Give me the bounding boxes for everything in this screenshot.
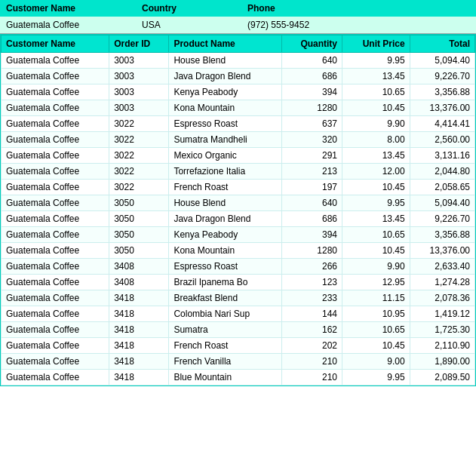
table-cell: 13.45 xyxy=(342,148,410,164)
table-cell: 3418 xyxy=(109,338,169,354)
table-cell: 3003 xyxy=(109,69,169,84)
table-row: Guatemala Coffee3022Torrefazione Italia2… xyxy=(2,164,475,180)
table-header-row: Customer Name Order ID Product Name Quan… xyxy=(2,35,475,53)
table-cell: Guatemala Coffee xyxy=(2,338,109,354)
table-cell: Sumatra Mandheli xyxy=(169,132,282,148)
table-cell: Breakfast Blend xyxy=(169,290,282,306)
table-cell: 394 xyxy=(281,84,342,100)
table-cell: 9.95 xyxy=(342,370,410,386)
table-cell: Guatemala Coffee xyxy=(2,370,109,386)
table-cell: 202 xyxy=(281,338,342,354)
table-cell: Kenya Peabody xyxy=(169,227,282,243)
table-cell: Colombia Nari Sup xyxy=(169,306,282,322)
table-cell: Guatemala Coffee xyxy=(2,100,109,116)
col-header-quantity: Quantity xyxy=(281,35,342,53)
table-cell: 3022 xyxy=(109,164,169,180)
table-cell: Java Dragon Blend xyxy=(169,69,282,84)
table-cell: 3418 xyxy=(109,306,169,322)
table-cell: 2,633.40 xyxy=(410,259,474,275)
table-cell: 10.95 xyxy=(342,306,410,322)
table-cell: 3003 xyxy=(109,53,169,69)
table-row: Guatemala Coffee3003Kenya Peabody39410.6… xyxy=(2,84,475,100)
table-cell: Guatemala Coffee xyxy=(2,69,109,84)
table-cell: 2,110.90 xyxy=(410,338,474,354)
table-cell: 1,890.00 xyxy=(410,354,474,370)
table-cell: 13,376.00 xyxy=(410,100,474,116)
table-cell: 12.95 xyxy=(342,275,410,290)
table-row: Guatemala Coffee3418Breakfast Blend23311… xyxy=(2,290,475,306)
customer-info-row: Guatemala Coffee USA (972) 555-9452 xyxy=(0,17,476,34)
customer-phone-value: (972) 555-9452 xyxy=(247,20,361,30)
table-cell: 3408 xyxy=(109,275,169,290)
table-cell: 2,089.50 xyxy=(410,370,474,386)
data-table-wrapper: Customer Name Order ID Product Name Quan… xyxy=(0,34,476,386)
table-cell: Guatemala Coffee xyxy=(2,164,109,180)
table-cell: Java Dragon Blend xyxy=(169,211,282,227)
table-cell: 2,058.65 xyxy=(410,180,474,195)
col-header-product-name: Product Name xyxy=(169,35,282,53)
table-cell: 3022 xyxy=(109,180,169,195)
table-cell: French Roast xyxy=(169,180,282,195)
table-cell: Guatemala Coffee xyxy=(2,243,109,259)
table-cell: Torrefazione Italia xyxy=(169,164,282,180)
table-cell: 3022 xyxy=(109,132,169,148)
table-cell: 9,226.70 xyxy=(410,69,474,84)
table-cell: 213 xyxy=(281,164,342,180)
table-cell: 686 xyxy=(281,69,342,84)
table-cell: 13,376.00 xyxy=(410,243,474,259)
table-cell: Guatemala Coffee xyxy=(2,227,109,243)
table-cell: 233 xyxy=(281,290,342,306)
table-cell: 8.00 xyxy=(342,132,410,148)
table-cell: 9.95 xyxy=(342,195,410,211)
table-row: Guatemala Coffee3003Java Dragon Blend686… xyxy=(2,69,475,84)
orders-table: Customer Name Order ID Product Name Quan… xyxy=(1,35,475,386)
table-cell: House Blend xyxy=(169,195,282,211)
table-cell: 266 xyxy=(281,259,342,275)
table-cell: 162 xyxy=(281,322,342,338)
table-cell: Kenya Peabody xyxy=(169,84,282,100)
table-cell: 1280 xyxy=(281,100,342,116)
table-cell: 9,226.70 xyxy=(410,211,474,227)
table-cell: 3,356.88 xyxy=(410,227,474,243)
table-cell: 1280 xyxy=(281,243,342,259)
table-row: Guatemala Coffee3050House Blend6409.955,… xyxy=(2,195,475,211)
table-cell: Blue Mountain xyxy=(169,370,282,386)
table-row: Guatemala Coffee3050Java Dragon Blend686… xyxy=(2,211,475,227)
table-cell: Guatemala Coffee xyxy=(2,148,109,164)
table-cell: 9.00 xyxy=(342,354,410,370)
table-row: Guatemala Coffee3408Brazil Ipanema Bo123… xyxy=(2,275,475,290)
table-cell: French Roast xyxy=(169,338,282,354)
table-cell: Guatemala Coffee xyxy=(2,53,109,69)
table-row: Guatemala Coffee3418Sumatra16210.651,725… xyxy=(2,322,475,338)
table-cell: 3050 xyxy=(109,243,169,259)
table-cell: Guatemala Coffee xyxy=(2,211,109,227)
table-cell: Guatemala Coffee xyxy=(2,275,109,290)
table-cell: 2,078.36 xyxy=(410,290,474,306)
table-cell: 10.65 xyxy=(342,227,410,243)
table-row: Guatemala Coffee3003House Blend6409.955,… xyxy=(2,53,475,69)
table-cell: 1,274.28 xyxy=(410,275,474,290)
table-cell: 5,094.40 xyxy=(410,195,474,211)
table-cell: 12.00 xyxy=(342,164,410,180)
table-row: Guatemala Coffee3022Espresso Roast6379.9… xyxy=(2,116,475,132)
table-cell: 3,131.16 xyxy=(410,148,474,164)
table-cell: 3003 xyxy=(109,100,169,116)
table-cell: Sumatra xyxy=(169,322,282,338)
header-country-label: Country xyxy=(142,3,202,14)
table-cell: Guatemala Coffee xyxy=(2,180,109,195)
table-cell: Kona Mountain xyxy=(169,100,282,116)
col-header-total: Total xyxy=(410,35,474,53)
table-cell: Guatemala Coffee xyxy=(2,132,109,148)
table-row: Guatemala Coffee3022Sumatra Mandheli3208… xyxy=(2,132,475,148)
table-cell: 13.45 xyxy=(342,211,410,227)
table-cell: French Vanilla xyxy=(169,354,282,370)
table-row: Guatemala Coffee3418Colombia Nari Sup144… xyxy=(2,306,475,322)
table-cell: 123 xyxy=(281,275,342,290)
table-cell: 210 xyxy=(281,370,342,386)
table-row: Guatemala Coffee3418French Roast20210.45… xyxy=(2,338,475,354)
table-cell: 640 xyxy=(281,195,342,211)
table-cell: 394 xyxy=(281,227,342,243)
table-cell: 10.45 xyxy=(342,180,410,195)
table-cell: Guatemala Coffee xyxy=(2,195,109,211)
table-cell: Guatemala Coffee xyxy=(2,116,109,132)
